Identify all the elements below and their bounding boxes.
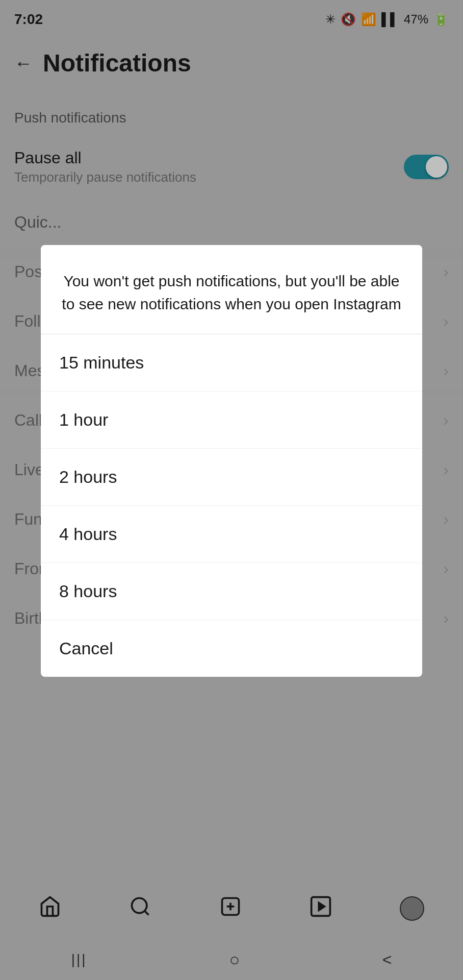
- option-4hours[interactable]: 4 hours: [41, 506, 422, 563]
- option-8hours[interactable]: 8 hours: [41, 563, 422, 620]
- option-15min[interactable]: 15 minutes: [41, 334, 422, 391]
- modal-description: You won't get push notifications, but yo…: [41, 245, 422, 334]
- option-cancel[interactable]: Cancel: [41, 620, 422, 677]
- option-2hours[interactable]: 2 hours: [41, 449, 422, 506]
- option-1hour[interactable]: 1 hour: [41, 391, 422, 449]
- duration-modal: You won't get push notifications, but yo…: [41, 245, 422, 677]
